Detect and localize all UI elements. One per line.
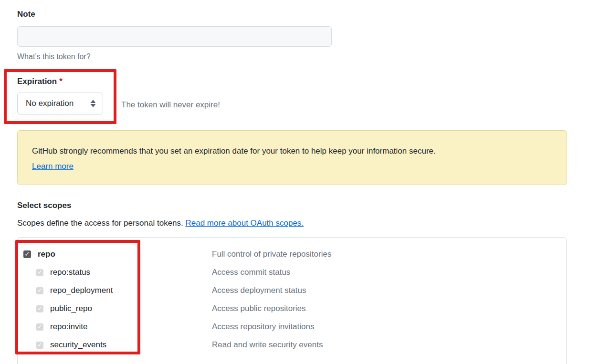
expiration-section: Expiration* No expiration The token will… bbox=[17, 69, 584, 124]
oauth-scopes-link[interactable]: Read more about OAuth scopes. bbox=[186, 218, 304, 228]
scope-group-divider bbox=[18, 359, 566, 359]
scope-description: Access deployment status bbox=[212, 286, 306, 295]
scope-name: security_events bbox=[50, 340, 106, 350]
public-repo-checkbox bbox=[36, 305, 43, 312]
scope-name: repo bbox=[38, 250, 55, 259]
scope-row-public-repo: public_repo Access public repositories bbox=[18, 300, 566, 318]
expiration-warning-banner: GitHub strongly recommends that you set … bbox=[17, 130, 567, 185]
annotation-box-expiration: Expiration* No expiration bbox=[4, 69, 116, 124]
scope-name: repo_deployment bbox=[50, 286, 113, 295]
scope-name: repo:status bbox=[50, 268, 90, 277]
required-asterisk: * bbox=[59, 77, 63, 86]
scope-description: Read and write security events bbox=[212, 340, 323, 350]
repo-checkbox[interactable] bbox=[23, 250, 31, 258]
select-scopes-heading: Select scopes bbox=[17, 201, 584, 210]
note-input[interactable] bbox=[17, 26, 332, 47]
learn-more-link[interactable]: Learn more bbox=[32, 162, 74, 171]
scope-description: Access public repositories bbox=[212, 304, 306, 313]
scope-description: Access repository invitations bbox=[212, 322, 314, 332]
scope-row-repo: repo Full control of private repositorie… bbox=[18, 245, 566, 263]
scopes-description: Scopes define the access for personal to… bbox=[17, 218, 584, 228]
scope-name: repo:invite bbox=[50, 322, 87, 332]
note-label: Note bbox=[17, 10, 584, 19]
repo-invite-checkbox bbox=[36, 323, 43, 331]
expiration-selected-value: No expiration bbox=[26, 99, 74, 108]
scope-description: Access commit status bbox=[212, 268, 290, 277]
scope-description: Full control of private repositories bbox=[212, 250, 331, 259]
scopes-description-text: Scopes define the access for personal to… bbox=[17, 218, 183, 228]
scopes-list: repo Full control of private repositorie… bbox=[17, 237, 567, 364]
expiration-status-text: The token will never expire! bbox=[121, 100, 220, 110]
token-settings-page: Note What’s this token for? Expiration* … bbox=[0, 0, 589, 364]
select-chevron-icon bbox=[90, 100, 96, 107]
warning-message: GitHub strongly recommends that you set … bbox=[32, 146, 552, 157]
note-hint: What’s this token for? bbox=[17, 52, 584, 61]
scope-row-repo-status: repo:status Access commit status bbox=[18, 263, 566, 281]
scope-row-repo-deployment: repo_deployment Access deployment status bbox=[18, 281, 566, 300]
security-events-checkbox bbox=[36, 342, 43, 349]
scope-row-security-events: security_events Read and write security … bbox=[18, 336, 566, 354]
expiration-label-text: Expiration bbox=[17, 77, 57, 86]
scope-row-repo-invite: repo:invite Access repository invitation… bbox=[18, 318, 566, 336]
repo-deployment-checkbox bbox=[36, 287, 43, 294]
scope-name: public_repo bbox=[50, 304, 92, 313]
expiration-label: Expiration* bbox=[17, 77, 103, 86]
expiration-select[interactable]: No expiration bbox=[17, 93, 103, 114]
repo-status-checkbox bbox=[36, 269, 43, 276]
